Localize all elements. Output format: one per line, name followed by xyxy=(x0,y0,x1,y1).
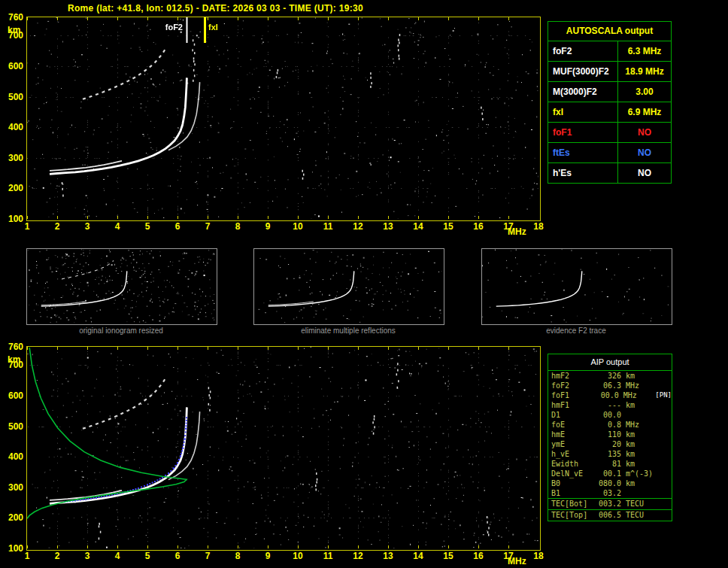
autoscala-row-label: fxI xyxy=(548,102,618,122)
autoscala-row-value: NO xyxy=(618,143,671,163)
aip-row-name: h_vE xyxy=(548,449,596,459)
aip-row: DelN_vE00.1m^(-3) xyxy=(548,469,672,478)
main-ionogram-canvas xyxy=(27,17,538,219)
x-axis-tick-label: 4 xyxy=(115,221,120,232)
x-axis-tick-label: 18 xyxy=(533,221,543,232)
autoscala-window: Rome (lat: +41.8, lon: 012.5) - DATE: 20… xyxy=(0,0,728,568)
aip-row: D100.0 xyxy=(548,410,672,420)
y-axis-unit-label: km xyxy=(8,354,20,365)
thumbnail-caption: evidence F2 trace xyxy=(481,327,671,335)
y-axis-tick-label: 600 xyxy=(2,61,23,71)
marker-label-foF2: foF2 xyxy=(165,23,183,32)
aip-row-name: foE xyxy=(548,420,596,430)
aip-row-unit: km xyxy=(621,459,659,469)
aip-row: TEC[Top]006.5TECU xyxy=(548,509,672,521)
x-axis-tick-label: 13 xyxy=(383,221,393,232)
aip-row: hmF1---km xyxy=(548,400,672,410)
aip-row-unit: m^(-3) xyxy=(621,469,659,478)
aip-row: foF206.3MHz xyxy=(548,381,672,390)
aip-row: foE0.8MHz xyxy=(548,420,672,430)
y-axis-tick-label: 600 xyxy=(2,390,23,401)
aip-row-value: 20 xyxy=(596,439,621,449)
aip-row-name: TEC[Top] xyxy=(548,510,596,521)
aip-row-extra xyxy=(659,459,672,469)
thumbnail-caption: original ionogram resized xyxy=(26,327,216,335)
aip-row-name: B1 xyxy=(548,488,596,498)
aip-row-extra xyxy=(659,420,672,430)
aip-row-unit: km xyxy=(621,400,659,410)
aip-row-unit: km xyxy=(621,430,659,439)
x-axis-tick-label: 11 xyxy=(323,551,333,561)
aip-row-name: TEC[Bot] xyxy=(548,499,596,509)
autoscala-row-label: h'Es xyxy=(548,163,618,183)
aip-row: h_vE135km xyxy=(548,449,672,459)
x-axis-tick-label: 2 xyxy=(55,221,60,232)
x-axis-tick-label: 5 xyxy=(145,221,150,232)
x-axis-tick-label: 5 xyxy=(145,551,150,561)
autoscala-row: ftEsNO xyxy=(548,143,671,163)
thumbnail-original-ionogram xyxy=(26,248,217,325)
autoscala-row-label: ftEs xyxy=(548,143,618,163)
x-axis-tick-label: 12 xyxy=(353,221,362,232)
autoscala-row-label: M(3000)F2 xyxy=(548,82,618,102)
aip-row-name: B0 xyxy=(548,478,596,488)
aip-row-value: 06.3 xyxy=(596,381,621,390)
aip-row-value: 00.0 xyxy=(595,390,619,400)
aip-row-value: 110 xyxy=(596,430,621,439)
autoscala-row-value: NO xyxy=(618,163,671,183)
aip-row-unit xyxy=(621,488,659,498)
aip-row-value: 00.1 xyxy=(596,469,621,478)
profile-ionogram-plot xyxy=(26,346,541,551)
y-axis-tick-label: 760 xyxy=(2,12,23,23)
aip-row-unit: MHz xyxy=(619,390,656,400)
y-axis-unit-label: km xyxy=(8,25,20,35)
y-axis-tick-label: 200 xyxy=(2,512,23,523)
autoscala-rows: foF26.3 MHzMUF(3000)F218.9 MHzM(3000)F23… xyxy=(548,41,671,183)
autoscala-row-value: 18.9 MHz xyxy=(618,62,671,81)
thumbnail-caption: eliminate multiple reflections xyxy=(253,327,443,335)
x-axis-tick-label: 3 xyxy=(85,221,90,232)
autoscala-row: foF26.3 MHz xyxy=(548,41,671,62)
x-axis-tick-label: 1 xyxy=(25,221,30,232)
x-axis-tick-label: 8 xyxy=(235,221,241,232)
aip-row-extra xyxy=(659,371,672,381)
aip-row-name: hmF2 xyxy=(548,371,596,381)
aip-row-value: 006.5 xyxy=(596,510,621,521)
aip-row-unit: TECU xyxy=(621,499,659,509)
aip-row-extra xyxy=(659,400,672,410)
autoscala-panel-title: AUTOSCALA output xyxy=(548,22,671,41)
aip-output-panel: AIP output hmF2326kmfoF206.3MHzfoF100.0M… xyxy=(548,354,672,521)
x-axis-tick-label: 11 xyxy=(323,221,333,232)
autoscala-output-panel: AUTOSCALA output foF26.3 MHzMUF(3000)F21… xyxy=(548,21,672,184)
x-axis-unit-label: MHz xyxy=(508,226,526,237)
aip-row-name: hmF1 xyxy=(548,400,596,410)
x-axis-tick-label: 16 xyxy=(473,221,483,232)
aip-row-unit: km xyxy=(621,449,659,459)
aip-row: ymE20km xyxy=(548,439,672,449)
profile-ionogram-canvas xyxy=(27,347,538,548)
x-axis-tick-label: 10 xyxy=(293,221,302,232)
aip-row-extra xyxy=(659,449,672,459)
x-axis-tick-label: 7 xyxy=(205,221,211,232)
aip-row-name: Ewidth xyxy=(548,459,596,469)
aip-row-name: DelN_vE xyxy=(548,469,596,478)
y-axis-tick-label: 100 xyxy=(2,543,23,554)
aip-row-extra xyxy=(659,499,672,509)
thumbnail-canvas xyxy=(254,249,442,323)
aip-row: hmF2326km xyxy=(548,371,672,381)
aip-row-unit: km xyxy=(621,439,659,449)
x-axis-tick-label: 6 xyxy=(175,551,180,561)
aip-row-value: 080.0 xyxy=(596,478,621,488)
aip-row-value: 0.8 xyxy=(596,420,621,430)
aip-row: hmE110km xyxy=(548,430,672,439)
x-axis-tick-label: 12 xyxy=(353,551,362,561)
x-axis-tick-label: 6 xyxy=(175,221,180,232)
x-axis-tick-label: 2 xyxy=(55,551,60,561)
aip-row-unit: MHz xyxy=(621,420,659,430)
aip-row-extra xyxy=(659,510,672,521)
aip-row: TEC[Bot]003.2TECU xyxy=(548,498,672,509)
autoscala-row: h'EsNO xyxy=(548,163,671,183)
x-axis-tick-label: 10 xyxy=(293,551,302,561)
y-axis-tick-label: 200 xyxy=(2,183,23,193)
aip-row: Ewidth81km xyxy=(548,459,672,469)
